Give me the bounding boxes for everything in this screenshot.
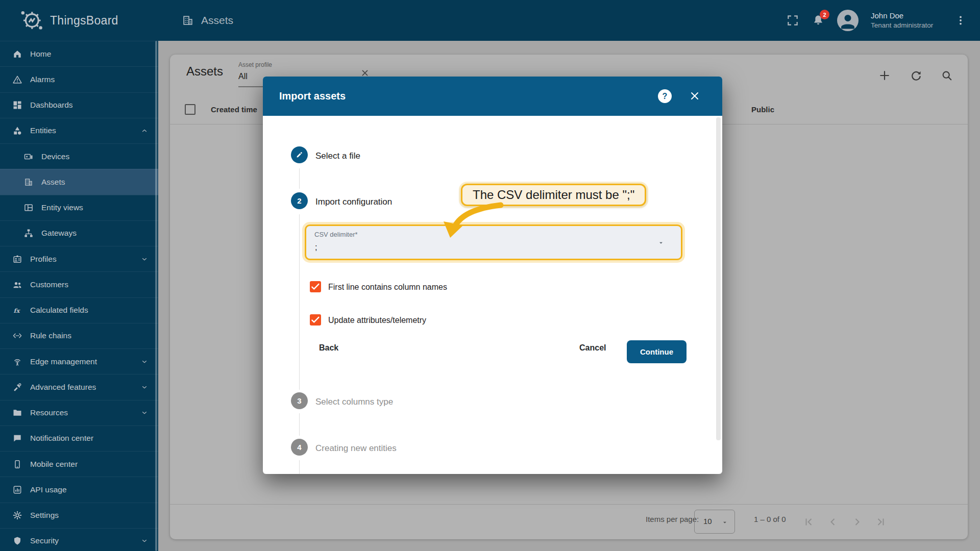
column-header-public[interactable]: Public <box>751 105 774 114</box>
sidebar-item-label: Profiles <box>30 255 141 264</box>
sidebar-item-profiles[interactable]: Profiles <box>0 246 158 271</box>
last-page-button[interactable] <box>875 516 887 528</box>
card-title: Assets <box>186 64 223 79</box>
stepper-connector <box>299 413 300 436</box>
sidebar-item-advanced-features[interactable]: Advanced features <box>0 374 158 399</box>
sidebar-item-label: Gateways <box>41 229 153 238</box>
sidebar-item-label: Alarms <box>30 75 153 84</box>
notifications-button[interactable]: 2 <box>812 14 825 27</box>
chevron-down-icon <box>141 256 148 263</box>
continue-button[interactable]: Continue <box>627 340 687 363</box>
sidebar-item-rule-chains[interactable]: Rule chains <box>0 323 158 348</box>
close-icon[interactable] <box>689 90 701 102</box>
customers-icon <box>12 280 22 290</box>
sidebar-item-notification-center[interactable]: Notification center <box>0 425 158 451</box>
svg-text:fx: fx <box>14 307 21 314</box>
sidebar-item-alarms[interactable]: Alarms <box>0 66 158 92</box>
sidebar-item-edge-management[interactable]: Edge management <box>0 348 158 374</box>
sidebar-item-calculated-fields[interactable]: fx Calculated fields <box>0 297 158 323</box>
fullscreen-icon[interactable] <box>786 14 799 27</box>
notification-center-icon <box>12 433 22 443</box>
gateways-icon <box>23 228 34 238</box>
entity-views-icon <box>23 203 34 213</box>
avatar[interactable] <box>837 10 859 31</box>
edit-pencil-icon <box>295 151 304 159</box>
search-button[interactable] <box>940 69 953 82</box>
cancel-button[interactable]: Cancel <box>579 343 606 353</box>
sidebar-item-label: Entities <box>30 126 141 135</box>
thingsboard-logo-icon <box>19 8 44 33</box>
asset-profile-label: Asset profile <box>238 61 368 68</box>
sidebar-item-entities[interactable]: Entities <box>0 118 158 143</box>
next-page-button[interactable] <box>851 516 863 528</box>
page-size-value: 10 <box>703 517 712 525</box>
update-attributes-checkbox-label[interactable]: Update attributes/telemetry <box>328 316 426 325</box>
pagination-divider <box>170 504 968 505</box>
sidebar-item-label: Devices <box>41 152 153 161</box>
sidebar-item-label: Assets <box>41 178 153 187</box>
more-menu-icon[interactable] <box>954 14 967 27</box>
update-attributes-checkbox[interactable] <box>310 314 321 325</box>
sidebar-item-label: Entity views <box>41 203 153 212</box>
api-usage-icon <box>12 485 22 495</box>
previous-page-button[interactable] <box>827 516 839 528</box>
step-4-label: Creating new entities <box>315 443 397 454</box>
dialog-scrollbar[interactable] <box>716 117 721 440</box>
first-line-checkbox[interactable] <box>310 281 321 292</box>
sidebar-item-devices[interactable]: Devices <box>0 143 158 169</box>
sidebar-item-customers[interactable]: Customers <box>0 271 158 297</box>
import-assets-dialog: Import assets ? Select a file 2 Import c… <box>263 77 722 474</box>
sidebar-item-gateways[interactable]: Gateways <box>0 220 158 246</box>
dialog-header: Import assets ? <box>263 77 722 116</box>
sidebar-item-settings[interactable]: Settings <box>0 503 158 528</box>
page-size-select[interactable]: 10 <box>694 510 735 534</box>
chevron-down-icon <box>721 519 728 526</box>
sidebar-item-api-usage[interactable]: API usage <box>0 477 158 502</box>
sidebar-item-mobile-center[interactable]: Mobile center <box>0 451 158 477</box>
resources-icon <box>12 408 22 418</box>
sidebar-item-security[interactable]: Security <box>0 528 158 551</box>
user-menu[interactable]: John Doe Tenant administrator <box>871 11 942 30</box>
stepper-connector <box>299 460 300 474</box>
step-4-indicator: 4 <box>291 439 308 456</box>
sidebar-item-home[interactable]: Home <box>0 41 158 66</box>
sidebar-item-label: Rule chains <box>30 331 153 340</box>
add-asset-button[interactable] <box>878 69 891 82</box>
breadcrumb: Assets <box>181 0 233 41</box>
building-icon <box>181 14 194 27</box>
sidebar-item-label: Advanced features <box>30 383 141 392</box>
select-all-checkbox[interactable] <box>185 104 195 115</box>
step-1-label[interactable]: Select a file <box>315 151 360 161</box>
step-1-indicator <box>291 146 308 163</box>
csv-delimiter-label: CSV delimiter* <box>314 231 358 238</box>
step-2-label[interactable]: Import configuration <box>315 197 392 207</box>
first-line-checkbox-label[interactable]: First line contains column names <box>328 283 447 292</box>
step-3-label: Select columns type <box>315 397 393 407</box>
sidebar-scrollbar[interactable] <box>155 41 157 551</box>
sidebar-item-label: Dashboards <box>30 101 153 110</box>
sidebar-item-resources[interactable]: Resources <box>0 400 158 425</box>
first-page-button[interactable] <box>802 516 815 528</box>
help-button[interactable]: ? <box>658 89 672 103</box>
person-icon <box>837 10 859 31</box>
sidebar-item-label: Notification center <box>30 434 153 443</box>
sidebar-item-assets[interactable]: Assets <box>0 169 158 194</box>
chevron-down-icon <box>141 384 148 391</box>
back-button[interactable]: Back <box>319 343 338 353</box>
mobile-center-icon <box>12 459 22 469</box>
brand[interactable]: ThingsBoard <box>19 0 118 41</box>
sidebar-item-label: Resources <box>30 408 141 417</box>
step-3-indicator: 3 <box>291 392 308 409</box>
thingsboard-app: ThingsBoard Assets 2 <box>0 0 980 551</box>
dialog-title: Import assets <box>279 77 346 116</box>
sidebar-list: Home Alarms Dashboards Entities Devices … <box>0 41 158 551</box>
sidebar: Home Alarms Dashboards Entities Devices … <box>0 41 158 551</box>
entities-icon <box>12 126 22 136</box>
stepper-connector <box>299 168 300 189</box>
sidebar-item-dashboards[interactable]: Dashboards <box>0 92 158 118</box>
sidebar-item-entity-views[interactable]: Entity views <box>0 195 158 220</box>
refresh-button[interactable] <box>910 69 923 82</box>
advanced-features-icon <box>12 382 22 392</box>
column-header-created-time[interactable]: Created time <box>211 105 257 114</box>
brand-name: ThingsBoard <box>50 14 118 28</box>
